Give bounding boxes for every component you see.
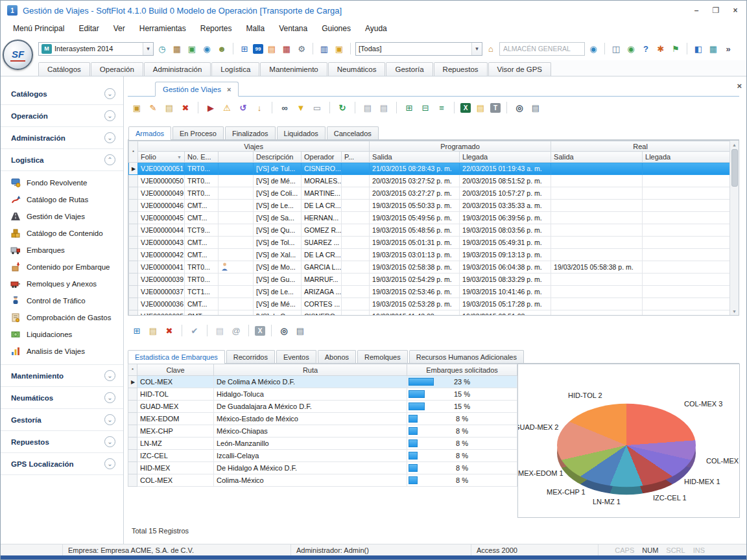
chevron-down-icon[interactable]: ⌄ xyxy=(104,370,115,381)
sidebar-section-neumaticos[interactable]: Neumáticos⌄ xyxy=(1,387,123,409)
chevron-up-icon[interactable]: ⌃ xyxy=(104,154,115,165)
column-header-llegada[interactable]: Llegada xyxy=(460,152,551,163)
refresh-icon[interactable]: ↻ xyxy=(336,101,349,114)
ribbon-tab-logistica[interactable]: Logística xyxy=(211,62,259,76)
tab-estadistica-de-embarques[interactable]: Estadistica de Embarques xyxy=(128,350,225,364)
excel-icon[interactable]: X xyxy=(460,103,471,113)
sidebar-item-contenido-por-embarque[interactable]: Contenido por Embarque xyxy=(1,259,123,275)
tab-gestion-de-viajes[interactable]: Gestión de Viajes × xyxy=(155,82,239,97)
tab-en-proceso[interactable]: En Proceso xyxy=(172,126,224,139)
users-icon[interactable]: ☻ xyxy=(215,42,228,55)
help-icon[interactable]: ? xyxy=(639,42,652,55)
column-header-operador[interactable]: Operador xyxy=(302,152,342,163)
sidebar-section-mantenimiento[interactable]: Mantenimiento⌄ xyxy=(1,365,123,387)
sidebar-section-gestoria[interactable]: Gestoría⌄ xyxy=(1,409,123,431)
new-document-icon[interactable]: ⊞ xyxy=(238,42,251,55)
tab-cancelados[interactable]: Cancelados xyxy=(327,126,379,139)
tab-close-icon[interactable]: × xyxy=(227,86,231,93)
zoom-icon[interactable]: ◎ xyxy=(513,101,526,114)
column-header-clave[interactable]: Clave xyxy=(137,364,214,376)
tree-collapse-icon[interactable]: ⊟ xyxy=(419,101,432,114)
confirm-icon[interactable]: ✔ xyxy=(188,324,201,337)
image-icon[interactable]: ▣ xyxy=(185,42,198,55)
menu-item-ventana[interactable]: Ventana xyxy=(272,21,314,36)
close-icon[interactable]: × xyxy=(731,6,740,15)
trip-row[interactable]: VJE00000037TCT1...[VS] de Le...ARIZAGA .… xyxy=(129,286,730,298)
trip-row[interactable]: VJE00000042CMT...[VS] de Xal...DE LA CR.… xyxy=(129,249,730,261)
notebook-icon[interactable]: ▤ xyxy=(265,42,278,55)
flag-icon[interactable]: ⚑ xyxy=(669,42,682,55)
menu-item-herramientas[interactable]: Herramientas xyxy=(132,21,193,36)
trip-row[interactable]: VJE00000036CMT...[VS] de Mé...CORTES ...… xyxy=(129,298,730,310)
menu-item-ayuda[interactable]: Ayuda xyxy=(358,21,394,36)
column-header-salida[interactable]: Salida xyxy=(551,152,643,163)
binoculars-icon[interactable]: ∞ xyxy=(278,101,291,114)
chevron-down-icon[interactable]: ⌄ xyxy=(104,414,115,425)
chevron-down-icon[interactable]: ⌄ xyxy=(104,132,115,143)
sidebar-item-fondo-revolvente[interactable]: Fondo Revolvente xyxy=(1,174,123,191)
sidebar-section-administracion[interactable]: Administración⌄ xyxy=(1,127,123,149)
zoom-icon[interactable]: ◎ xyxy=(278,324,290,337)
delete-icon[interactable]: ✖ xyxy=(179,101,192,114)
menu-item-ver[interactable]: Ver xyxy=(106,21,132,36)
filter-arrow-icon[interactable]: ▼ xyxy=(177,155,182,159)
route-row[interactable]: MEX-EDOMMéxico-Estado de México8 % xyxy=(128,413,517,425)
route-row[interactable]: HID-TOLHidalgo-Toluca15 % xyxy=(128,388,517,401)
download-icon[interactable]: ↓ xyxy=(253,101,266,114)
undo-icon[interactable]: ↺ xyxy=(237,101,250,114)
settings-icon[interactable]: ⚙ xyxy=(295,42,308,55)
route-row[interactable]: COL-MEXColima-México8 % xyxy=(128,474,517,487)
tab-recursos-humanos-adicionales[interactable]: Recursos Humanos Adicionales xyxy=(409,350,524,363)
network-icon[interactable]: ▦ xyxy=(707,42,720,55)
route-row[interactable]: LN-MZLeón-Manzanillo8 % xyxy=(128,438,517,450)
restore-icon[interactable]: ❐ xyxy=(711,6,720,15)
filter-icon[interactable]: ▼ xyxy=(294,101,307,114)
print-icon[interactable]: ▤ xyxy=(294,324,307,337)
copy-icon[interactable]: ▤ xyxy=(163,101,176,114)
trip-row[interactable]: VJE00000035CMT...[VS] de C...CISNERO...1… xyxy=(129,310,730,316)
excel-gray-icon[interactable]: X xyxy=(255,326,265,336)
measure-icon[interactable]: ▭ xyxy=(311,101,324,114)
menu-item-menu-principal[interactable]: Menú Principal xyxy=(6,21,71,36)
globe-icon[interactable]: ◉ xyxy=(200,42,213,55)
column-header-folio[interactable]: Folio▼ xyxy=(138,152,185,163)
column-header-descripcion[interactable]: Descripción xyxy=(254,152,302,163)
company-combo[interactable]: M Interasystem 2014 ▾ xyxy=(38,42,154,56)
panel-close-icon[interactable]: × xyxy=(737,81,742,91)
note-icon[interactable]: ▤ xyxy=(474,101,487,114)
scroll-up-icon[interactable]: ▲ xyxy=(730,141,739,148)
menu-item-reportes[interactable]: Reportes xyxy=(193,21,239,36)
tab-armados[interactable]: Armados xyxy=(128,126,171,140)
trip-row[interactable]: VJE00000050TRT0...[VS] de Mé...MORALES..… xyxy=(129,175,730,187)
column-header-ruta[interactable]: Ruta xyxy=(214,364,407,376)
ribbon-tab-mantenimiento[interactable]: Mantenimiento xyxy=(260,62,327,76)
ninety-nine-icon[interactable]: 99 xyxy=(253,44,263,54)
menu-item-editar[interactable]: Editar xyxy=(71,21,106,36)
trip-row[interactable]: VJE00000043CMT...[VS] de Tol...SUAREZ ..… xyxy=(129,237,730,249)
sidebar-item-catalogo-de-contenido[interactable]: Catálogo de Contenido xyxy=(1,225,123,242)
home-icon[interactable]: ⌂ xyxy=(484,42,497,55)
sidebar-section-catalogos[interactable]: Catálogos⌄ xyxy=(1,83,123,105)
softflot-logo[interactable]: SF xyxy=(3,40,33,70)
trip-row[interactable]: VJE00000041TRT0...[VS] de Mo...GARCIA L.… xyxy=(129,261,730,274)
sidebar-section-gps-localizacion[interactable]: GPS Localización⌄ xyxy=(1,453,123,475)
view-record-icon[interactable]: ▤ xyxy=(147,324,160,337)
chevron-down-icon[interactable]: ▾ xyxy=(471,43,482,55)
sidebar-section-repuestos[interactable]: Repuestos⌄ xyxy=(1,431,123,453)
txt-icon[interactable]: T xyxy=(490,103,501,113)
attach-icon[interactable]: @ xyxy=(230,324,243,337)
sidebar-item-analisis-de-viajes[interactable]: Analisis de Viajes xyxy=(1,343,123,360)
route-row[interactable]: IZC-CELIzcalli-Celaya8 % xyxy=(128,450,517,462)
ribbon-tab-catalogos[interactable]: Catálogos xyxy=(38,62,90,76)
sidebar-item-remolques-y-anexos[interactable]: Remolques y Anexos xyxy=(1,275,123,292)
truck-icon[interactable]: ▶ xyxy=(204,101,217,114)
trip-new-icon[interactable]: ▣ xyxy=(130,101,143,114)
column-header-icon[interactable] xyxy=(219,152,254,163)
sidebar-item-comprobacion-de-gastos[interactable]: Comprobación de Gastos xyxy=(1,309,123,326)
world-icon[interactable]: ◉ xyxy=(587,42,600,55)
sidebar-section-operacion[interactable]: Operación⌄ xyxy=(1,105,123,127)
chevron-down-icon[interactable]: ⌄ xyxy=(104,392,115,403)
tree-expand-icon[interactable]: ⊞ xyxy=(403,101,416,114)
route-row[interactable]: MEX-CHPMéxico-Chiapas8 % xyxy=(128,425,517,438)
sidebar-item-liquidaciones[interactable]: Liquidaciones xyxy=(1,326,123,343)
